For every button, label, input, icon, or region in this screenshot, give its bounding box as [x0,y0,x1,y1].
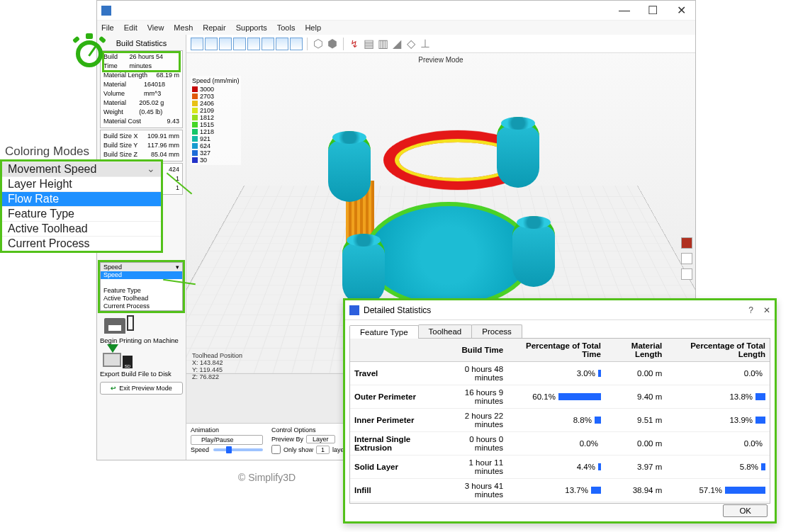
menubar: File Edit View Mesh Repair Supports Tool… [97,21,695,35]
table-row: Solid Layer1 hour 11 minutes4.4% 3.97 m5… [350,455,770,479]
legend-row: 624 [192,142,240,149]
animation-title: Animation [191,426,263,434]
play-pause-button[interactable]: Play/Pause [191,435,263,445]
dialog-icon [349,305,359,315]
close-button[interactable]: ✕ [667,1,695,21]
only-show-checkbox[interactable] [271,445,281,454]
view-cube-icon[interactable] [219,38,232,50]
app-icon [101,6,111,16]
menu-file[interactable]: File [101,23,114,32]
shading-icon[interactable]: ▥ [376,38,389,50]
tab-toolhead[interactable]: Toolhead [418,324,473,338]
dd-opt[interactable]: Feature Type [101,287,182,295]
table-row: Infill3 hours 41 minutes13.7% 38.94 m57.… [350,479,770,502]
menu-supports[interactable]: Supports [236,23,267,32]
ok-button[interactable]: OK [723,504,768,517]
speed-slider[interactable] [213,448,263,451]
menu-view[interactable]: View [147,23,164,32]
column-header[interactable]: Percentage of Total Time [507,339,605,362]
titlebar: — ☐ ✕ [97,1,695,21]
only-show-value[interactable]: 1 [316,446,330,454]
tab-process[interactable]: Process [471,324,522,338]
coloring-modes-overlay: Coloring Modes Movement Speed⌄ Layer Hei… [0,159,163,253]
stat-row: Material Cost9.43 [103,117,179,126]
exit-preview-button[interactable]: ↩ Exit Preview Mode [100,382,183,395]
anchor-icon[interactable]: ⊥ [419,38,432,50]
legend-row: 2703 [192,93,240,100]
column-header[interactable]: Build Time [440,339,507,362]
copyright: © Simplify3D [238,472,296,483]
stat-row: Build Size Z85.04 mm [103,150,179,159]
previewby-select[interactable]: Layer [306,435,335,443]
legend-row: 327 [192,149,240,157]
maximize-button[interactable]: ☐ [639,1,667,21]
view-cube-icon[interactable] [247,38,260,50]
shading-icon[interactable]: ◇ [405,38,417,50]
right-view-toolbar [681,237,692,280]
wireframe-icon[interactable]: ⬡ [312,38,325,50]
coloring-modes-title: Coloring Modes [2,145,89,160]
tab-feature-type[interactable]: Feature Type [349,325,419,339]
coloring-dropdown-panel: Speed▾ Speed Feature Type Active Toolhea… [100,262,183,311]
coloring-option[interactable]: Current Process [2,236,161,251]
stat-row: Build Size X109.91 mm [103,132,179,141]
column-header[interactable]: Material Length [605,339,666,362]
dialog-help-button[interactable]: ? [748,305,753,315]
menu-tools[interactable]: Tools [277,23,296,32]
view-cube-icon[interactable] [290,38,303,50]
axis-icon[interactable]: ↯ [348,38,361,50]
view-icon[interactable] [681,268,692,280]
view-cube-icon[interactable] [262,38,274,50]
table-row: Dense Infill0 hours 37 minutes2.3% 3.95 … [350,502,770,504]
build-stats-timing: Build Time26 hours 54 minutesMaterial Le… [100,50,183,128]
table-row: Inner Perimeter2 hours 22 minutes8.8% 9.… [350,409,770,432]
view-icon[interactable] [681,253,692,264]
coloring-selected[interactable]: Movement Speed⌄ [2,162,161,176]
legend-row: 2406 [192,100,240,107]
dialog-titlebar: Detailed Statistics ? ✕ [345,300,775,320]
legend-row: 1218 [192,128,240,135]
printer-icon [100,312,134,336]
menu-repair[interactable]: Repair [203,23,225,32]
view-cube-icon[interactable] [205,38,218,50]
dd-opt[interactable]: Current Process [101,302,182,310]
dd-opt[interactable]: Speed [101,271,182,279]
stat-row: Material Weight205.02 g (0.45 lb) [103,98,179,117]
shading-icon[interactable]: ▤ [362,38,375,50]
stat-row: Build Size Y117.96 mm [103,141,179,150]
model-preview [279,81,583,308]
table-row: Outer Perimeter16 hours 9 minutes60.1% 9… [350,385,770,409]
column-header[interactable]: Percentage of Total Length [666,339,770,362]
menu-help[interactable]: Help [305,23,321,32]
coloring-option[interactable]: Flow Rate [2,191,161,206]
legend-row: 3000 [192,86,240,93]
table-row: Travel0 hours 48 minutes3.0% 0.00 m0.0% [350,362,770,385]
stat-row: Material Volume164018 mm^3 [103,80,179,98]
legend-row: 30 [192,157,240,164]
shading-icon[interactable]: ◢ [390,38,403,50]
view-cube-icon[interactable] [233,38,246,50]
export-icon: SD [100,346,134,370]
dd-opt[interactable]: Active Toolhead [101,295,182,302]
coloring-option[interactable]: Active Toolhead [2,221,161,236]
begin-printing-button[interactable]: Begin Printing on Machine [100,312,183,344]
coloring-option[interactable]: Feature Type [2,206,161,221]
coloring-dropdown-small[interactable]: Speed▾ Speed Feature Type Active Toolhea… [100,262,183,311]
coloring-option[interactable]: Layer Height [2,176,161,191]
export-build-button[interactable]: SD Export Build File to Disk [100,346,183,378]
stats-table: Build TimePercentage of Total TimeMateri… [350,339,770,504]
menu-mesh[interactable]: Mesh [174,23,193,32]
toolhead-position: Toolhead Position X: 143.842 Y: 119.445 … [192,352,242,380]
minimize-button[interactable]: — [610,1,639,21]
dialog-tabs: Feature Type Toolhead Process [345,320,775,338]
column-header[interactable] [350,339,440,362]
build-stats-title: Build Statistics [100,38,183,49]
legend-title: Speed (mm/min) [192,77,240,84]
view-cube-icon[interactable] [191,38,203,50]
view-icon[interactable] [681,237,692,249]
stat-row: Build Time26 hours 54 minutes [103,52,179,71]
solid-icon[interactable]: ⬢ [326,38,339,50]
dialog-close-button[interactable]: ✕ [763,305,770,315]
view-cube-icon[interactable] [276,38,288,50]
menu-edit[interactable]: Edit [124,23,137,32]
